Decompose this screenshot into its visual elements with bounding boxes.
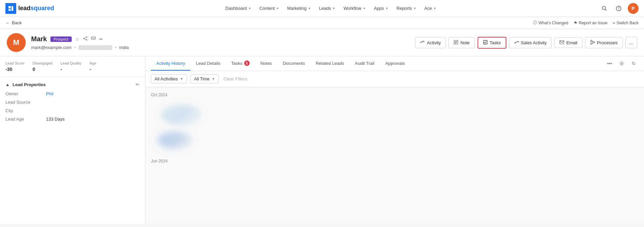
tasks-button[interactable]: Tasks xyxy=(478,37,506,49)
svg-rect-13 xyxy=(91,37,95,40)
activity-content: Oct 2024 Jun 2024 xyxy=(145,87,644,224)
blurred-activity-2 xyxy=(158,132,191,149)
lead-properties-title: ▲ Lead Properties xyxy=(5,82,46,87)
lead-name: Mark xyxy=(31,35,47,43)
svg-rect-20 xyxy=(560,41,564,44)
email-button[interactable]: Email xyxy=(554,37,582,48)
prop-owner: Owner Phil xyxy=(5,91,140,96)
more-actions-button[interactable]: ... xyxy=(625,37,637,48)
svg-point-8 xyxy=(86,37,87,38)
nav-content[interactable]: Content ▼ xyxy=(256,4,282,13)
user-avatar[interactable]: P xyxy=(628,3,639,14)
svg-rect-21 xyxy=(591,40,592,42)
help-button[interactable]: ? xyxy=(614,3,624,14)
chevron-down-icon: ▼ xyxy=(308,7,311,10)
clear-filters-button[interactable]: Clear Filters xyxy=(222,75,249,83)
whats-changed-link[interactable]: ⓘ What's Changed xyxy=(533,20,568,26)
svg-rect-23 xyxy=(593,42,595,43)
svg-point-10 xyxy=(86,40,87,41)
tasks-icon xyxy=(483,40,488,46)
tabs-right-actions: ••• ↻ xyxy=(605,59,639,68)
left-sidebar: Lead Score -30 Disengaged 0 Lead Quality… xyxy=(0,56,145,224)
lead-name-row: Mark Prospect ☆ xyxy=(31,35,410,43)
tab-related-leads[interactable]: Related Leads xyxy=(310,57,349,71)
activity-type-filter[interactable]: All Activities ▼ xyxy=(151,74,187,83)
sales-activity-button[interactable]: Sales Activity xyxy=(509,37,552,48)
nav-reports[interactable]: Reports ▼ xyxy=(393,4,419,13)
svg-rect-2 xyxy=(8,9,11,11)
lead-scores: Lead Score -30 Disengaged 0 Lead Quality… xyxy=(0,56,145,77)
chevron-down-icon: ▼ xyxy=(332,7,336,10)
tabs-more-icon[interactable]: ••• xyxy=(605,59,614,68)
svg-line-11 xyxy=(85,37,86,38)
nav-ace[interactable]: Ace ▼ xyxy=(421,4,440,13)
search-button[interactable] xyxy=(599,3,610,14)
svg-line-5 xyxy=(605,9,607,10)
chevron-down-icon: ▼ xyxy=(385,7,388,10)
collapse-icon[interactable]: ▲ xyxy=(5,82,10,87)
nav-apps[interactable]: Apps ▼ xyxy=(371,4,392,13)
body-layout: Lead Score -30 Disengaged 0 Lead Quality… xyxy=(0,56,644,224)
nav-leads[interactable]: Leads ▼ xyxy=(316,4,339,13)
tab-lead-details[interactable]: Lead Details xyxy=(190,57,226,71)
filter-bar: All Activities ▼ All Time ▼ Clear Filter… xyxy=(145,71,644,87)
lead-properties-section: ▲ Lead Properties ✏ Owner Phil Lead Sour… xyxy=(0,77,145,130)
lead-status-badge: Prospect xyxy=(50,36,72,42)
activity-icon xyxy=(420,40,425,46)
svg-rect-1 xyxy=(8,6,11,8)
lead-email: mark@example.com xyxy=(31,45,71,50)
lead-info: Mark Prospect ☆ xyxy=(31,35,410,50)
chevron-down-icon: ▼ xyxy=(433,7,436,10)
svg-rect-22 xyxy=(591,43,592,44)
tab-tasks[interactable]: Tasks 5 xyxy=(226,56,255,71)
processes-icon xyxy=(590,40,595,46)
nav-dashboard[interactable]: Dashboard ▼ xyxy=(222,4,255,13)
tab-activity-history[interactable]: Activity History xyxy=(151,57,190,71)
tab-audit-trail[interactable]: Audit Trail xyxy=(349,57,380,71)
nav-right-actions: ? P xyxy=(599,3,639,14)
tasks-badge: 5 xyxy=(244,60,250,66)
edit-properties-icon[interactable]: ✏ xyxy=(136,82,140,87)
logo[interactable]: leadsquared xyxy=(5,3,54,14)
activity-blurred-row-1 xyxy=(151,101,639,128)
chevron-down-icon: ▼ xyxy=(248,7,251,10)
logo-text: leadsquared xyxy=(18,5,54,12)
tab-notes[interactable]: Notes xyxy=(255,57,277,71)
info-icon: ⓘ xyxy=(533,20,537,26)
chevron-down-icon: ▼ xyxy=(276,7,279,10)
svg-point-9 xyxy=(84,38,85,39)
lead-avatar: M xyxy=(7,33,26,52)
time-filter[interactable]: All Time ▼ xyxy=(190,74,219,83)
sub-navigation: ← Back ⓘ What's Changed ⚑ Report an Issu… xyxy=(0,17,644,29)
activity-button[interactable]: Activity xyxy=(415,37,446,48)
age-item: Age - xyxy=(90,61,96,72)
edit-icon[interactable]: ✏ xyxy=(99,36,103,42)
tab-documents[interactable]: Documents xyxy=(277,57,310,71)
top-navigation: leadsquared Dashboard ▼ Content ▼ Market… xyxy=(0,0,644,17)
switch-back-link[interactable]: « Switch Back xyxy=(613,21,639,25)
lead-properties-header: ▲ Lead Properties ✏ xyxy=(5,82,140,87)
prop-lead-age: Lead Age 133 Days xyxy=(5,117,140,122)
share-icon[interactable] xyxy=(83,36,88,42)
disengaged-item: Disengaged 0 xyxy=(32,61,52,72)
flag-icon: ⚑ xyxy=(574,21,577,25)
back-button[interactable]: ← Back xyxy=(5,20,22,25)
lead-meta: mark@example.com • • India xyxy=(31,45,410,50)
report-issue-link[interactable]: ⚑ Report an Issue xyxy=(574,21,607,25)
star-icon[interactable]: ☆ xyxy=(75,36,79,42)
refresh-icon[interactable]: ↻ xyxy=(629,59,639,68)
nav-marketing[interactable]: Marketing ▼ xyxy=(284,4,314,13)
nav-workflow[interactable]: Workflow ▼ xyxy=(340,4,369,13)
prop-lead-source: Lead Source xyxy=(5,100,140,105)
tab-approvals[interactable]: Approvals xyxy=(380,57,410,71)
svg-point-26 xyxy=(621,63,623,65)
separator-dot-2: • xyxy=(115,45,117,50)
note-icon xyxy=(454,40,458,46)
message-icon[interactable] xyxy=(91,36,96,42)
note-button[interactable]: Note xyxy=(448,37,475,48)
svg-rect-3 xyxy=(12,6,13,11)
settings-icon[interactable] xyxy=(617,59,626,68)
processes-button[interactable]: Processes xyxy=(585,37,623,48)
lead-inline-actions: ☆ ✏ xyxy=(75,36,103,42)
activity-blurred-row-2 xyxy=(151,128,639,152)
